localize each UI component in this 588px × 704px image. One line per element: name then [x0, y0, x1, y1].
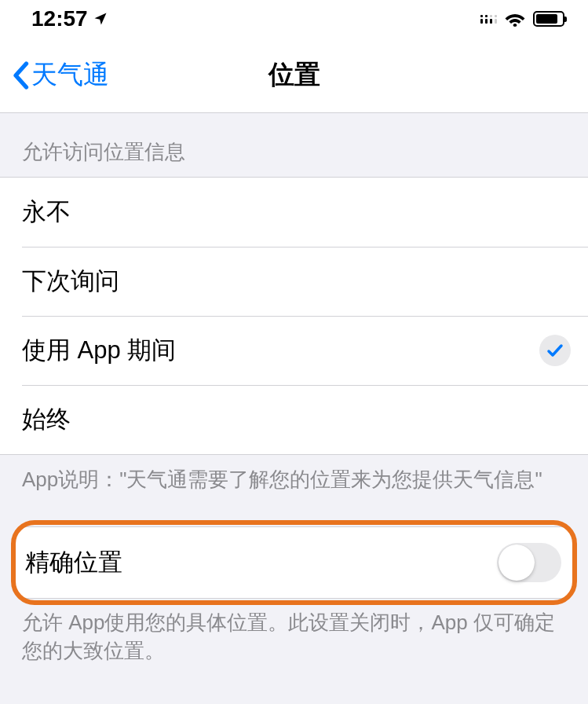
option-label: 始终	[22, 403, 71, 436]
status-time: 12:57	[31, 6, 88, 31]
checkmark-icon	[539, 335, 571, 366]
precise-location-footer: 允许 App使用您的具体位置。此设置关闭时，App 仅可确定您的大致位置。	[0, 599, 588, 666]
location-access-list: 永不 下次询问 使用 App 期间 始终	[0, 177, 588, 455]
status-bar: 12:57	[0, 0, 588, 38]
option-always[interactable]: 始终	[0, 385, 588, 454]
wifi-icon	[505, 11, 525, 27]
chevron-left-icon	[11, 61, 30, 90]
cellular-signal-icon	[480, 15, 497, 24]
section-header-location-access: 允许访问位置信息	[0, 138, 588, 177]
option-label: 永不	[22, 196, 71, 229]
battery-icon	[533, 11, 564, 27]
status-right	[480, 11, 564, 27]
precise-location-toggle[interactable]	[497, 543, 561, 582]
back-label: 天气通	[31, 57, 109, 93]
precise-location-label: 精确位置	[25, 546, 122, 579]
option-label: 下次询问	[22, 265, 119, 298]
option-label: 使用 App 期间	[22, 334, 176, 367]
status-left: 12:57	[31, 6, 108, 31]
page-title: 位置	[268, 57, 320, 93]
precise-location-row: 精确位置	[11, 526, 577, 599]
back-button[interactable]: 天气通	[11, 57, 109, 93]
option-while-using[interactable]: 使用 App 期间	[0, 316, 588, 385]
option-never[interactable]: 永不	[0, 178, 588, 247]
option-ask-next-time[interactable]: 下次询问	[0, 247, 588, 316]
location-arrow-icon	[93, 11, 108, 27]
navigation-bar: 天气通 位置	[0, 38, 588, 113]
app-explanation: App说明："天气通需要了解您的位置来为您提供天气信息"	[0, 455, 588, 493]
